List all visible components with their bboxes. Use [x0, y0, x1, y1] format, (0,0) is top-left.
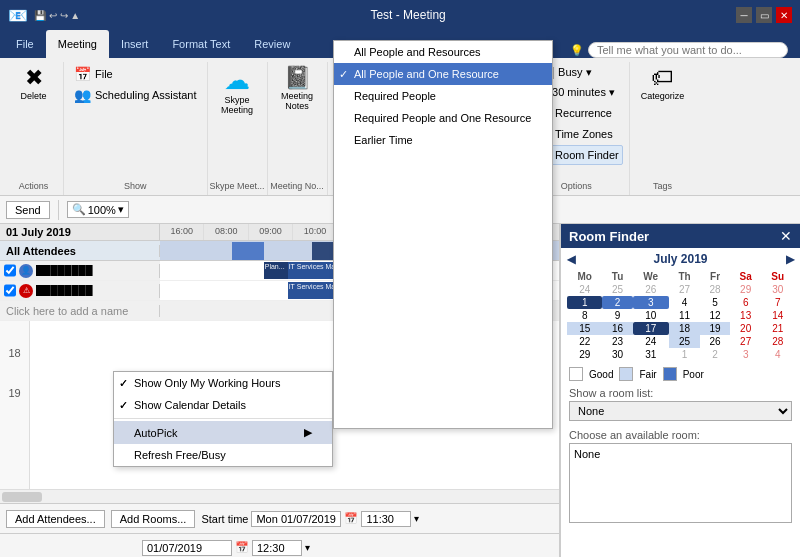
cal-day-28b[interactable]: 28	[761, 335, 794, 348]
appointment-icon: 📅	[74, 66, 91, 82]
cal-day-17[interactable]: 17	[633, 322, 669, 335]
meeting-notes-button[interactable]: 📓 MeetingNotes	[276, 64, 318, 114]
cal-day-2b[interactable]: 2	[700, 348, 730, 361]
cal-day-26b[interactable]: 26	[700, 335, 730, 348]
cal-day-5[interactable]: 5	[700, 296, 730, 309]
start-cal-icon[interactable]: 📅	[344, 512, 358, 525]
cal-day-30b[interactable]: 30	[602, 348, 632, 361]
cal-day-25[interactable]: 25	[602, 283, 632, 296]
sub-earlier-time[interactable]: Earlier Time	[334, 129, 552, 151]
add-attendees-button[interactable]: Add Attendees...	[6, 510, 105, 528]
cal-day-20[interactable]: 20	[730, 322, 762, 335]
tab-review[interactable]: Review	[242, 30, 302, 58]
ctx-show-working-hours[interactable]: ✓ Show Only My Working Hours	[114, 372, 332, 394]
skype-meeting-button[interactable]: ☁ SkypeMeeting	[216, 64, 258, 118]
next-month-button[interactable]: ▶	[786, 253, 794, 266]
cal-day-15[interactable]: 15	[567, 322, 602, 335]
delete-icon: ✖	[25, 67, 43, 89]
all-attendees-label: All Attendees	[0, 245, 160, 257]
cal-day-28[interactable]: 28	[700, 283, 730, 296]
cal-week-3: 15 16 17 18 19 20 21	[567, 322, 794, 335]
cal-day-8[interactable]: 8	[567, 309, 602, 322]
scheduling-assistant-button[interactable]: 👥 Scheduling Assistant	[70, 85, 201, 105]
attendee-1-check[interactable]	[4, 264, 16, 277]
ribbon-group-actions: ✖ Delete Actions	[4, 62, 64, 195]
sub-all-resources[interactable]: All People and Resources	[334, 41, 552, 63]
restore-button[interactable]: ▭	[756, 7, 772, 23]
cal-day-3-selected[interactable]: 3	[633, 296, 669, 309]
cal-day-30[interactable]: 30	[761, 283, 794, 296]
appointment-button[interactable]: 📅 File	[70, 64, 201, 84]
horizontal-scrollbar[interactable]	[0, 489, 559, 503]
add-rooms-button[interactable]: Add Rooms...	[111, 510, 196, 528]
cal-day-22[interactable]: 22	[567, 335, 602, 348]
room-finder-panel: Room Finder ✕ ◀ July 2019 ▶ Mo Tu We Th …	[560, 224, 800, 557]
cal-day-31[interactable]: 31	[633, 348, 669, 361]
cal-day-14[interactable]: 14	[761, 309, 794, 322]
sub-required-people[interactable]: Required People	[334, 85, 552, 107]
room-list-select[interactable]: None	[569, 401, 792, 421]
cal-day-1[interactable]: 1	[567, 296, 602, 309]
sub-required-one-resource[interactable]: Required People and One Resource	[334, 107, 552, 129]
cal-day-12[interactable]: 12	[700, 309, 730, 322]
tab-meeting[interactable]: Meeting	[46, 30, 109, 58]
cal-day-23[interactable]: 23	[602, 335, 632, 348]
quick-access: 💾 ↩ ↪ ▲	[34, 10, 80, 21]
cal-day-4b[interactable]: 4	[761, 348, 794, 361]
cal-day-4[interactable]: 4	[669, 296, 701, 309]
cal-day-6[interactable]: 6	[730, 296, 762, 309]
cal-day-3b[interactable]: 3	[730, 348, 762, 361]
cal-day-1b[interactable]: 1	[669, 348, 701, 361]
cal-day-19[interactable]: 19	[700, 322, 730, 335]
cal-week-5: 29 30 31 1 2 3 4	[567, 348, 794, 361]
zoom-control[interactable]: 🔍 100% ▾	[67, 201, 129, 218]
ctx-autopick[interactable]: AutoPick ▶	[114, 421, 332, 444]
cal-day-21[interactable]: 21	[761, 322, 794, 335]
cal-day-27b[interactable]: 27	[730, 335, 762, 348]
end-cal-icon[interactable]: 📅	[235, 541, 249, 554]
cal-day-7[interactable]: 7	[761, 296, 794, 309]
cal-day-24[interactable]: 24	[567, 283, 602, 296]
cal-day-29[interactable]: 29	[730, 283, 762, 296]
start-time-arrow[interactable]: ▾	[414, 513, 419, 524]
start-date-input[interactable]	[251, 511, 341, 527]
cal-day-9[interactable]: 9	[602, 309, 632, 322]
ctx-show-calendar-details[interactable]: ✓ Show Calendar Details	[114, 394, 332, 416]
cal-day-16[interactable]: 16	[602, 322, 632, 335]
tab-format-text[interactable]: Format Text	[160, 30, 242, 58]
tab-file[interactable]: File	[4, 30, 46, 58]
close-button[interactable]: ✕	[776, 7, 792, 23]
end-time-input[interactable]	[252, 540, 302, 556]
cal-day-24b[interactable]: 24	[633, 335, 669, 348]
sub-all-one-resource[interactable]: ✓ All People and One Resource	[334, 63, 552, 85]
cal-day-27[interactable]: 27	[669, 283, 701, 296]
categorize-button[interactable]: 🏷 Categorize	[636, 64, 690, 104]
minimize-button[interactable]: ─	[736, 7, 752, 23]
tab-insert[interactable]: Insert	[109, 30, 161, 58]
cal-day-2[interactable]: 2	[602, 296, 632, 309]
ctx-refresh[interactable]: Refresh Free/Busy	[114, 444, 332, 466]
attendee-1-info: 👤 ████████	[0, 264, 160, 278]
room-finder-close[interactable]: ✕	[780, 228, 792, 244]
cal-day-29b[interactable]: 29	[567, 348, 602, 361]
day-th: Th	[669, 270, 701, 283]
start-time-input[interactable]	[361, 511, 411, 527]
end-time-arrow[interactable]: ▾	[305, 542, 310, 553]
cal-day-13[interactable]: 13	[730, 309, 762, 322]
attendee-2-check[interactable]	[4, 284, 16, 297]
tell-me-input[interactable]	[588, 42, 788, 58]
send-button[interactable]: Send	[6, 201, 50, 219]
cal-day-26[interactable]: 26	[633, 283, 669, 296]
cal-week-0: 24 25 26 27 28 29 30	[567, 283, 794, 296]
cal-day-11[interactable]: 11	[669, 309, 701, 322]
cal-day-18[interactable]: 18	[669, 322, 701, 335]
cal-day-25b[interactable]: 25	[669, 335, 701, 348]
add-name-field[interactable]: Click here to add a name	[0, 305, 160, 317]
prev-month-button[interactable]: ◀	[567, 253, 575, 266]
end-date-input[interactable]	[142, 540, 232, 556]
sub-all-resources-label: All People and Resources	[354, 46, 481, 58]
delete-button[interactable]: ✖ Delete	[14, 64, 54, 104]
meeting-notes-icon: 📓	[284, 67, 311, 89]
scroll-thumb[interactable]	[2, 492, 42, 502]
cal-day-10[interactable]: 10	[633, 309, 669, 322]
